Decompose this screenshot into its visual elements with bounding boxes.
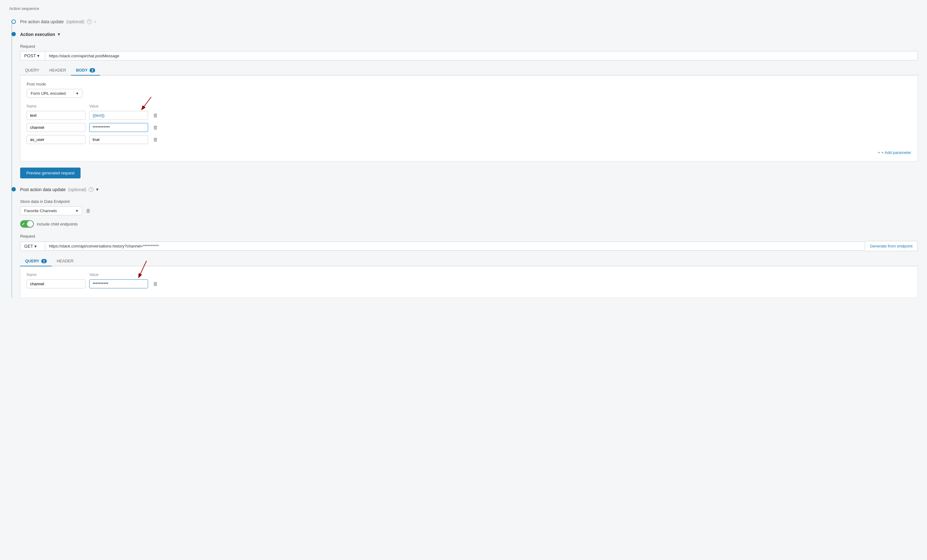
tab-body[interactable]: BODY 3: [71, 65, 100, 76]
toggle-knob: [27, 221, 33, 227]
post-method-value: GET: [24, 244, 33, 249]
include-child-toggle[interactable]: ✓: [20, 220, 34, 228]
action-execution-body: Request POST ▾ QUERY HEADER BODY 3: [20, 44, 918, 178]
post-tab-query-badge: 1: [41, 259, 47, 263]
pre-action-chevron-right-icon: ›: [94, 19, 96, 24]
delete-text-button[interactable]: 🗑: [152, 111, 159, 120]
tab-query[interactable]: QUERY: [20, 65, 44, 76]
post-method-chevron-icon: ▾: [34, 244, 36, 249]
preview-generated-request-button[interactable]: Preview generated request: [20, 168, 81, 178]
post-params-header: Name Value: [27, 273, 911, 277]
post-delete-channel-button[interactable]: 🗑: [152, 280, 159, 288]
col-value-header: Value: [89, 104, 148, 108]
post-action-dot: [11, 187, 16, 191]
params-header: Name Value: [27, 104, 911, 108]
body-panel: Post mode Form URL encoded ▾ Name Value: [20, 76, 918, 161]
tab-body-badge: 3: [90, 68, 95, 73]
tab-header[interactable]: HEADER: [44, 65, 71, 76]
post-action-step: Post action data update (optional) ? ▾ S…: [20, 185, 918, 298]
method-chevron-icon: ▾: [37, 53, 40, 58]
post-request-row: GET ▾ Generate from endpoint: [20, 241, 918, 251]
trash-icon-post: 🗑: [153, 281, 158, 287]
post-param-value-channel-container: [89, 279, 148, 288]
post-mode-select[interactable]: Form URL encoded ▾: [27, 89, 82, 98]
post-col-value-header: Value: [89, 273, 148, 277]
param-value-text[interactable]: [89, 111, 148, 120]
delete-store-button[interactable]: 🗑: [85, 207, 92, 215]
trash-icon-2: 🗑: [153, 125, 158, 131]
post-tab-query[interactable]: QUERY 1: [20, 256, 52, 266]
trash-icon: 🗑: [153, 113, 158, 118]
post-tab-header-label: HEADER: [57, 259, 73, 263]
add-param-button[interactable]: + + Add parameter: [878, 150, 911, 155]
action-execution-step: Action execution ▾ Request POST ▾ QUERY …: [20, 29, 918, 178]
post-param-name-channel[interactable]: [27, 279, 85, 288]
post-col-name-header: Name: [27, 273, 85, 277]
post-mode-chevron-icon: ▾: [76, 91, 78, 96]
tab-query-label: QUERY: [25, 68, 40, 73]
param-value-asuser[interactable]: [89, 135, 148, 144]
action-execution-chevron-down-icon: ▾: [58, 31, 60, 37]
timeline-line: [11, 21, 12, 298]
post-param-row-channel: 🗑: [27, 279, 911, 288]
action-execution-dot: [11, 32, 16, 36]
pre-action-header[interactable]: Pre action data update (optional) ? ›: [20, 17, 918, 26]
param-row-channel: 🗑: [27, 123, 911, 132]
tab-header-label: HEADER: [49, 68, 66, 73]
store-select[interactable]: Favorite Channels ▾: [20, 206, 82, 215]
store-chevron-icon: ▾: [76, 208, 78, 213]
param-row-text: 🗑: [27, 111, 911, 120]
clearfix: + + Add parameter: [27, 147, 911, 155]
toggle-label: include child endpoints: [37, 222, 78, 226]
post-method-select[interactable]: GET ▾: [20, 241, 45, 251]
pre-action-help-icon[interactable]: ?: [87, 19, 92, 24]
store-data-row: Favorite Channels ▾ 🗑: [20, 206, 918, 215]
post-param-value-channel[interactable]: [89, 279, 148, 288]
toggle-check-icon: ✓: [22, 222, 24, 226]
request-label: Request: [20, 44, 918, 49]
method-select[interactable]: POST ▾: [20, 51, 45, 61]
pre-action-optional: (optional): [66, 19, 84, 24]
post-tab-query-label: QUERY: [25, 259, 40, 263]
post-query-panel: Name Value: [20, 266, 918, 298]
post-action-header[interactable]: Post action data update (optional) ? ▾: [20, 185, 918, 194]
add-param-label: + Add parameter: [881, 150, 911, 155]
post-request-label: Request: [20, 234, 918, 238]
pre-action-step: Pre action data update (optional) ? ›: [20, 17, 918, 26]
store-label: Store data in Data Endpoint: [20, 199, 918, 204]
generate-from-endpoint-button[interactable]: Generate from endpoint: [865, 241, 918, 251]
post-request-tabs: QUERY 1 HEADER: [20, 256, 918, 266]
pre-action-dot: [11, 20, 16, 24]
toggle-row: ✓ include child endpoints: [20, 220, 918, 228]
request-tabs: QUERY HEADER BODY 3: [20, 65, 918, 76]
param-value-text-container: [89, 111, 148, 120]
method-value: POST: [24, 53, 36, 58]
action-execution-label: Action execution: [20, 32, 55, 37]
post-url-input[interactable]: [45, 241, 865, 250]
plus-icon: +: [878, 150, 880, 155]
request-row: POST ▾: [20, 51, 918, 61]
url-input[interactable]: [45, 51, 918, 61]
page-title: Action sequence: [9, 6, 918, 11]
param-name-asuser[interactable]: [27, 135, 85, 144]
post-mode-value: Form URL encoded: [31, 91, 66, 96]
delete-asuser-button[interactable]: 🗑: [152, 136, 159, 144]
post-tab-header[interactable]: HEADER: [52, 256, 78, 266]
post-action-label: Post action data update: [20, 187, 66, 192]
trash-icon-3: 🗑: [153, 137, 158, 143]
tab-body-label: BODY: [76, 68, 88, 73]
col-name-header: Name: [27, 104, 85, 108]
post-action-optional: (optional): [68, 187, 86, 192]
post-mode-label: Post mode: [27, 82, 911, 87]
trash-icon-store: 🗑: [86, 208, 91, 214]
param-name-channel[interactable]: [27, 123, 85, 132]
param-value-channel[interactable]: [89, 123, 148, 132]
param-name-text[interactable]: [27, 111, 85, 120]
post-action-help-icon[interactable]: ?: [89, 187, 94, 192]
store-value: Favorite Channels: [24, 208, 57, 213]
param-row-asuser: 🗑: [27, 135, 911, 144]
action-execution-header[interactable]: Action execution ▾: [20, 29, 918, 39]
pre-action-label: Pre action data update: [20, 19, 64, 24]
post-action-chevron-down-icon: ▾: [96, 187, 99, 192]
delete-channel-button[interactable]: 🗑: [152, 124, 159, 132]
